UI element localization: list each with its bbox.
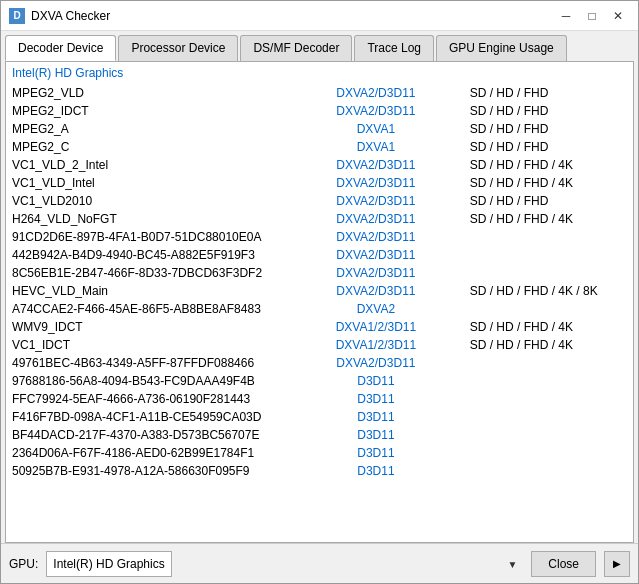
table-row: 50925B7B-E931-4978-A12A-586630F095F9D3D1… xyxy=(6,462,633,480)
decoder-name: FFC79924-5EAF-4666-A736-06190F281443 xyxy=(6,390,288,408)
table-row: 8C56EB1E-2B47-466F-8D33-7DBCD63F3DF2DXVA… xyxy=(6,264,633,282)
tab-gpu-engine-usage[interactable]: GPU Engine Usage xyxy=(436,35,567,61)
decoder-api: DXVA2/D3D11 xyxy=(288,210,464,228)
decoder-api: DXVA2/D3D11 xyxy=(288,174,464,192)
table-row: 97688186-56A8-4094-B543-FC9DAAA49F4BD3D1… xyxy=(6,372,633,390)
decoder-resolution: SD / HD / FHD / 4K xyxy=(464,156,633,174)
decoder-resolution: SD / HD / FHD xyxy=(464,192,633,210)
table-row: H264_VLD_NoFGTDXVA2/D3D11SD / HD / FHD /… xyxy=(6,210,633,228)
table-row: MPEG2_IDCTDXVA2/D3D11SD / HD / FHD xyxy=(6,102,633,120)
table-row: FFC79924-5EAF-4666-A736-06190F281443D3D1… xyxy=(6,390,633,408)
decoder-resolution xyxy=(464,354,633,372)
minimize-button[interactable]: ─ xyxy=(554,5,578,27)
table-row: MPEG2_ADXVA1SD / HD / FHD xyxy=(6,120,633,138)
table-row: VC1_VLD_IntelDXVA2/D3D11SD / HD / FHD / … xyxy=(6,174,633,192)
decoder-resolution xyxy=(464,228,633,246)
tab-decoder-device[interactable]: Decoder Device xyxy=(5,35,116,61)
decoder-resolution: SD / HD / FHD xyxy=(464,84,633,102)
decoder-name: BF44DACD-217F-4370-A383-D573BC56707E xyxy=(6,426,288,444)
table-row: 91CD2D6E-897B-4FA1-B0D7-51DC88010E0ADXVA… xyxy=(6,228,633,246)
tab-bar: Decoder Device Processor Device DS/MF De… xyxy=(1,31,638,61)
decoder-resolution xyxy=(464,426,633,444)
table-row: BF44DACD-217F-4370-A383-D573BC56707ED3D1… xyxy=(6,426,633,444)
decoder-resolution: SD / HD / FHD / 4K xyxy=(464,336,633,354)
table-row: A74CCAE2-F466-45AE-86F5-AB8BE8AF8483DXVA… xyxy=(6,300,633,318)
window-controls: ─ □ ✕ xyxy=(554,5,630,27)
decoder-api: DXVA2/D3D11 xyxy=(288,264,464,282)
decoder-resolution xyxy=(464,246,633,264)
group-header: Intel(R) HD Graphics xyxy=(6,62,633,84)
decoder-name: VC1_IDCT xyxy=(6,336,288,354)
decoder-name: VC1_VLD2010 xyxy=(6,192,288,210)
decoder-api: D3D11 xyxy=(288,444,464,462)
app-icon: D xyxy=(9,8,25,24)
tab-processor-device[interactable]: Processor Device xyxy=(118,35,238,61)
decoder-name: MPEG2_A xyxy=(6,120,288,138)
decoder-api: DXVA2/D3D11 xyxy=(288,246,464,264)
decoder-name: MPEG2_VLD xyxy=(6,84,288,102)
decoder-resolution: SD / HD / FHD xyxy=(464,120,633,138)
tab-dsmf-decoder[interactable]: DS/MF Decoder xyxy=(240,35,352,61)
footer: GPU: Intel(R) HD Graphics Close ▶ xyxy=(1,543,638,583)
table-row: MPEG2_VLDDXVA2/D3D11SD / HD / FHD xyxy=(6,84,633,102)
decoder-api: D3D11 xyxy=(288,462,464,480)
decoder-resolution: SD / HD / FHD / 4K / 8K xyxy=(464,282,633,300)
decoder-resolution xyxy=(464,300,633,318)
decoder-api: DXVA2/D3D11 xyxy=(288,84,464,102)
table-row: F416F7BD-098A-4CF1-A11B-CE54959CA03DD3D1… xyxy=(6,408,633,426)
decoder-api: DXVA1 xyxy=(288,120,464,138)
maximize-button[interactable]: □ xyxy=(580,5,604,27)
table-row: MPEG2_CDXVA1SD / HD / FHD xyxy=(6,138,633,156)
window-title: DXVA Checker xyxy=(31,9,110,23)
decoder-resolution xyxy=(464,408,633,426)
decoder-resolution: SD / HD / FHD xyxy=(464,138,633,156)
decoder-resolution xyxy=(464,444,633,462)
decoder-api: DXVA2/D3D11 xyxy=(288,282,464,300)
title-bar: D DXVA Checker ─ □ ✕ xyxy=(1,1,638,31)
decoder-api: DXVA2/D3D11 xyxy=(288,228,464,246)
decoder-name: A74CCAE2-F466-45AE-86F5-AB8BE8AF8483 xyxy=(6,300,288,318)
decoder-name: 8C56EB1E-2B47-466F-8D33-7DBCD63F3DF2 xyxy=(6,264,288,282)
decoder-name: 97688186-56A8-4094-B543-FC9DAAA49F4B xyxy=(6,372,288,390)
decoder-table: MPEG2_VLDDXVA2/D3D11SD / HD / FHDMPEG2_I… xyxy=(6,84,633,480)
gpu-select-wrapper: Intel(R) HD Graphics xyxy=(46,551,523,577)
decoder-resolution: SD / HD / FHD / 4K xyxy=(464,174,633,192)
gpu-select[interactable]: Intel(R) HD Graphics xyxy=(46,551,172,577)
decoder-name: MPEG2_C xyxy=(6,138,288,156)
decoder-resolution xyxy=(464,462,633,480)
decoder-api: D3D11 xyxy=(288,408,464,426)
decoder-resolution xyxy=(464,390,633,408)
decoder-api: D3D11 xyxy=(288,372,464,390)
decoder-name: 91CD2D6E-897B-4FA1-B0D7-51DC88010E0A xyxy=(6,228,288,246)
table-row: 442B942A-B4D9-4940-BC45-A882E5F919F3DXVA… xyxy=(6,246,633,264)
decoder-resolution xyxy=(464,372,633,390)
table-row: WMV9_IDCTDXVA1/2/3D11SD / HD / FHD / 4K xyxy=(6,318,633,336)
tab-trace-log[interactable]: Trace Log xyxy=(354,35,434,61)
decoder-resolution: SD / HD / FHD xyxy=(464,102,633,120)
decoder-resolution: SD / HD / FHD / 4K xyxy=(464,318,633,336)
decoder-api: DXVA1/2/3D11 xyxy=(288,318,464,336)
decoder-api: DXVA2/D3D11 xyxy=(288,192,464,210)
decoder-name: WMV9_IDCT xyxy=(6,318,288,336)
table-row: VC1_VLD2010DXVA2/D3D11SD / HD / FHD xyxy=(6,192,633,210)
decoder-name: 2364D06A-F67F-4186-AED0-62B99E1784F1 xyxy=(6,444,288,462)
title-bar-left: D DXVA Checker xyxy=(9,8,110,24)
decoder-name: 50925B7B-E931-4978-A12A-586630F095F9 xyxy=(6,462,288,480)
gpu-label: GPU: xyxy=(9,557,38,571)
arrow-button[interactable]: ▶ xyxy=(604,551,630,577)
close-button[interactable]: Close xyxy=(531,551,596,577)
decoder-name: MPEG2_IDCT xyxy=(6,102,288,120)
content-area: Intel(R) HD Graphics MPEG2_VLDDXVA2/D3D1… xyxy=(5,61,634,543)
decoder-table-container[interactable]: MPEG2_VLDDXVA2/D3D11SD / HD / FHDMPEG2_I… xyxy=(6,84,633,542)
decoder-name: F416F7BD-098A-4CF1-A11B-CE54959CA03D xyxy=(6,408,288,426)
decoder-name: VC1_VLD_Intel xyxy=(6,174,288,192)
decoder-resolution: SD / HD / FHD / 4K xyxy=(464,210,633,228)
close-window-button[interactable]: ✕ xyxy=(606,5,630,27)
decoder-name: HEVC_VLD_Main xyxy=(6,282,288,300)
main-window: D DXVA Checker ─ □ ✕ Decoder Device Proc… xyxy=(0,0,639,584)
decoder-name: H264_VLD_NoFGT xyxy=(6,210,288,228)
table-row: VC1_VLD_2_IntelDXVA2/D3D11SD / HD / FHD … xyxy=(6,156,633,174)
decoder-name: 49761BEC-4B63-4349-A5FF-87FFDF088466 xyxy=(6,354,288,372)
decoder-api: D3D11 xyxy=(288,390,464,408)
decoder-name: VC1_VLD_2_Intel xyxy=(6,156,288,174)
